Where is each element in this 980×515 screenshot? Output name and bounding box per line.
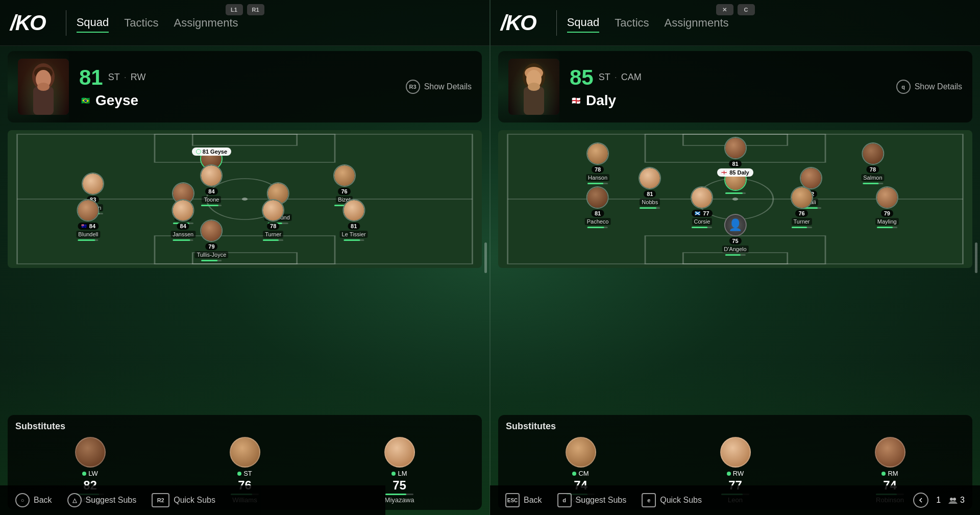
x-btn[interactable]: ✕: [716, 4, 733, 15]
l1-btn[interactable]: L1: [226, 4, 243, 15]
right-pos-sep: ·: [615, 72, 617, 83]
right-nav: Squad Tactics Assignments: [567, 13, 729, 33]
pitch-player-mayling[interactable]: 79 Mayling: [875, 186, 899, 228]
right-back-label: Back: [524, 496, 542, 505]
janssen-rating: 84: [180, 223, 186, 229]
salmon-label: 78: [867, 166, 879, 173]
turner-r-rating: 76: [798, 210, 804, 216]
pitch-player-salmon[interactable]: 78 Salmon: [861, 142, 884, 184]
tab-squad-right[interactable]: Squad: [567, 13, 600, 33]
left-back-action[interactable]: ○ Back: [15, 493, 52, 507]
hanson-avatar: [586, 142, 609, 165]
blundell-bar-fill: [78, 239, 95, 241]
pitch-player-turner-r[interactable]: 76 Turner: [791, 186, 813, 228]
right-show-details-btn[interactable]: q: [896, 80, 911, 94]
pitch-player-daly[interactable]: 🏴󠁧󠁢󠁥󠁮󠁧󠁿 85 Daly: [724, 168, 747, 194]
right-suggest-subs-action[interactable]: d Suggest Subs: [557, 493, 627, 507]
daly-badge: 🏴󠁧󠁢󠁥󠁮󠁧󠁿 85 Daly: [717, 168, 753, 177]
right-quick-subs-action[interactable]: e Quick Subs: [642, 493, 702, 507]
right-back-action[interactable]: ESC Back: [505, 493, 542, 507]
right-scroll-indicator[interactable]: [975, 242, 977, 273]
hanson-bar: [587, 183, 608, 184]
pitch-player-janssen[interactable]: 84 Janssen: [170, 199, 195, 241]
corsie-face: [692, 187, 712, 208]
pitch-player-tullisjoy[interactable]: 79 Tullis-Joyce: [195, 219, 229, 261]
page-current: 1: [936, 496, 941, 505]
left-bottom-bar: ○ Back △ Suggest Subs R2 Quick Subs: [0, 485, 385, 515]
right-quicksubs-btn[interactable]: e: [642, 493, 656, 507]
tab-assignments-right[interactable]: Assignments: [665, 14, 729, 32]
right-logo: /KO: [501, 11, 536, 35]
blundell-face: [78, 200, 99, 220]
turner-name: Turner: [263, 231, 283, 238]
tab-tactics-left[interactable]: Tactics: [124, 14, 158, 32]
leon-pos: RW: [727, 470, 744, 477]
mayling-face: [877, 187, 897, 208]
hanson-rating: 78: [595, 166, 601, 173]
turner-avatar: [262, 199, 284, 222]
tullisjoy-label: 79: [205, 243, 217, 250]
right-player-positions: ST · CAM: [599, 72, 642, 83]
tab-assignments-left[interactable]: Assignments: [174, 14, 238, 32]
pitch-player-dangelo[interactable]: 👤 75 D'Angelo: [722, 214, 748, 256]
left-show-details-btn[interactable]: R3: [406, 80, 420, 94]
right-show-details[interactable]: q Show Details: [896, 80, 962, 94]
salmon-bar: [863, 183, 883, 184]
corsie-rating: 77: [703, 210, 709, 216]
blundell-label: 🇦🇺 84: [78, 223, 99, 230]
right-pos-cam: CAM: [621, 72, 642, 83]
leon-avatar: [720, 437, 751, 468]
nobbs-rating: 81: [647, 191, 653, 197]
pitch-player-pacheco[interactable]: 81 Pacheco: [585, 186, 611, 228]
right-back-btn[interactable]: ESC: [505, 493, 520, 507]
williams-pos: ST: [237, 470, 252, 477]
left-player-info-left: 81 ST · RW 🇧🇷 Geyse: [18, 59, 145, 115]
miyazawa-info: LM 75 Miyazawa: [385, 470, 414, 504]
left-pos-st: ST: [108, 72, 120, 83]
right-panel: ✕ C /KO Squad Tactics Assignments: [491, 0, 980, 515]
salmon-name: Salmon: [861, 174, 884, 181]
pacheco-name: Pacheco: [585, 218, 611, 225]
pitch-player-hanson[interactable]: 78 Hanson: [586, 142, 609, 184]
c-btn[interactable]: C: [738, 4, 755, 15]
pacheco-label: 81: [592, 210, 604, 217]
pagination-prev[interactable]: [913, 493, 928, 508]
people-icon: [948, 497, 958, 504]
daly-badge-name: Daly: [738, 169, 749, 176]
robinson-pos-dot: [881, 472, 886, 476]
corsie-label: 🏴󠁧󠁢󠁳󠁣󠁴󠁿 77: [692, 210, 712, 217]
left-panel: L1 R1 /KO Squad Tactics Assignments: [0, 0, 489, 515]
dangelo-name: D'Angelo: [722, 246, 748, 253]
corsie-bar: [692, 227, 712, 228]
left-quicksubs-btn[interactable]: R2: [152, 493, 169, 507]
left-suggest-subs-action[interactable]: △ Suggest Subs: [67, 493, 137, 507]
r1-btn[interactable]: R1: [247, 4, 264, 15]
left-show-details[interactable]: R3 Show Details: [406, 80, 472, 94]
tullisjoy-face: [201, 220, 222, 241]
pitch-player-toone[interactable]: 84 Toone: [200, 164, 223, 206]
tab-tactics-right[interactable]: Tactics: [615, 14, 649, 32]
tab-squad-left[interactable]: Squad: [77, 13, 109, 33]
svg-point-25: [732, 198, 738, 201]
pitch-player-blundell[interactable]: 🇦🇺 84 Blundell: [76, 199, 100, 241]
turner-r-label: 76: [795, 210, 807, 217]
right-suggest-btn[interactable]: d: [557, 493, 572, 507]
turner-face: [263, 200, 283, 220]
left-quick-subs-action[interactable]: R2 Quick Subs: [152, 493, 215, 507]
dali-face: [801, 168, 821, 188]
left-scroll-indicator[interactable]: [484, 242, 487, 273]
pitch-player-turner[interactable]: 78 Turner: [262, 199, 284, 241]
left-player-flag: 🇧🇷: [79, 96, 91, 105]
pitch-player-letissier[interactable]: 81 Le Tissier: [340, 199, 368, 241]
svg-rect-15: [524, 87, 544, 115]
left-back-btn[interactable]: ○: [15, 493, 30, 507]
miyazawa-bar-fill: [385, 494, 406, 495]
left-suggest-btn[interactable]: △: [67, 493, 82, 507]
hanson-label: 78: [592, 166, 604, 173]
pitch-player-nobbs[interactable]: 81 Nobbs: [639, 167, 661, 209]
letissier-rating: 81: [351, 223, 357, 229]
left-back-label: Back: [34, 496, 52, 505]
miyazawa-avatar: [384, 437, 415, 468]
pitch-player-corsie[interactable]: 🏴󠁧󠁢󠁳󠁣󠁴󠁿 77 Corsie: [691, 186, 713, 228]
nobbs-bar-fill: [640, 207, 656, 209]
